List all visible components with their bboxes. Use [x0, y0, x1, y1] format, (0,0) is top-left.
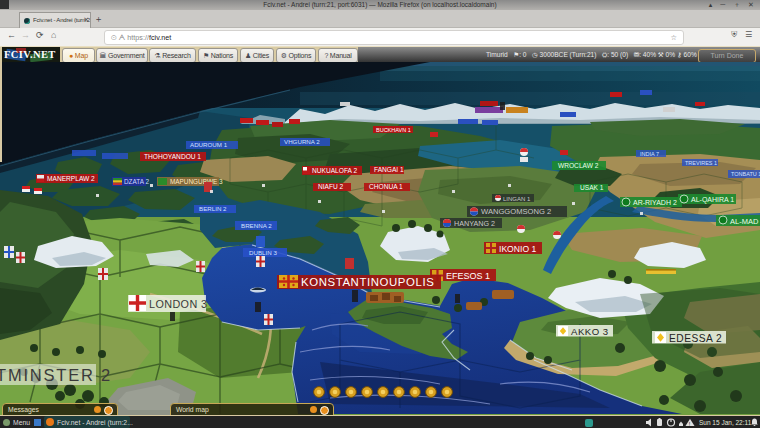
- svg-text:DUBLIN 3: DUBLIN 3: [249, 249, 277, 256]
- svg-text:TONBATU 1: TONBATU 1: [731, 171, 760, 177]
- svg-text:AR-RIYADH 2: AR-RIYADH 2: [633, 199, 677, 206]
- svg-text:KONSTANTINOUPOLIS: KONSTANTINOUPOLIS: [301, 276, 434, 288]
- svg-text:NUKUALOFA 2: NUKUALOFA 2: [312, 167, 357, 174]
- svg-text:TMINSTER 2: TMINSTER 2: [0, 366, 112, 384]
- svg-text:BRENNA 2: BRENNA 2: [241, 222, 272, 229]
- svg-text:WANGGOMSONG 2: WANGGOMSONG 2: [481, 207, 551, 216]
- svg-text:CHONUA 1: CHONUA 1: [369, 183, 403, 190]
- svg-text:INDIA 7: INDIA 7: [640, 151, 659, 157]
- svg-text:NIAFU 2: NIAFU 2: [318, 183, 344, 190]
- svg-text:THOHOYANDOU 1: THOHOYANDOU 1: [144, 153, 201, 160]
- svg-text:MANERPLAW 2: MANERPLAW 2: [47, 175, 95, 182]
- svg-text:WROCLAW 2: WROCLAW 2: [558, 162, 599, 169]
- svg-text:AL-MAD: AL-MAD: [730, 217, 759, 226]
- svg-text:BERLIN 2: BERLIN 2: [199, 205, 227, 212]
- svg-text:IKONIO 1: IKONIO 1: [499, 244, 536, 254]
- svg-text:HANYANG 2: HANYANG 2: [454, 219, 495, 228]
- svg-text:FANGAI 1: FANGAI 1: [374, 166, 404, 173]
- svg-text:LINGAN 1: LINGAN 1: [503, 196, 531, 202]
- svg-text:VHGURNA 2: VHGURNA 2: [284, 138, 320, 145]
- svg-text:AKKO 3: AKKO 3: [571, 326, 609, 337]
- svg-text:DZATA 2: DZATA 2: [124, 178, 149, 185]
- svg-text:MAPUNGUBWE 3: MAPUNGUBWE 3: [170, 178, 223, 185]
- svg-text:TREVIRES 1: TREVIRES 1: [685, 160, 717, 166]
- svg-text:EFESOS 1: EFESOS 1: [446, 271, 490, 281]
- svg-text:USAK 1: USAK 1: [580, 184, 604, 191]
- svg-text:ADUROUM 1: ADUROUM 1: [190, 141, 228, 148]
- svg-text:AL-QAHIRA 1: AL-QAHIRA 1: [691, 196, 734, 204]
- svg-text:BUCKHAVN 1: BUCKHAVN 1: [376, 127, 411, 133]
- svg-text:LONDON 3: LONDON 3: [149, 298, 207, 310]
- svg-text:EDESSA 2: EDESSA 2: [669, 333, 722, 344]
